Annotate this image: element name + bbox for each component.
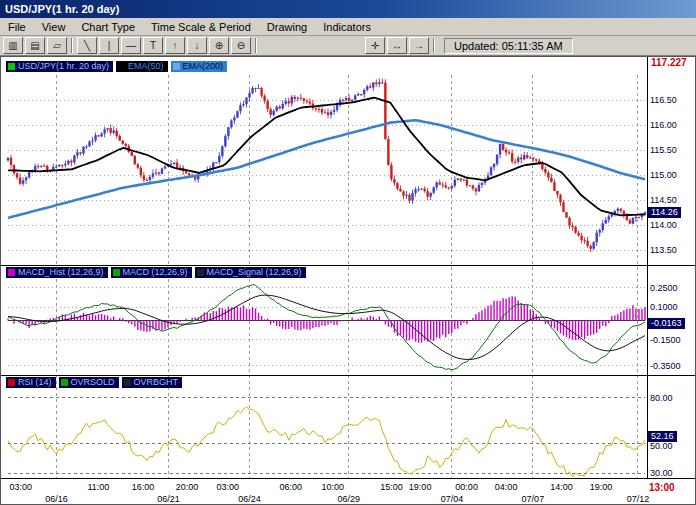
legend-macd-label: MACD (12,26,9) — [123, 268, 188, 277]
macd-axis-label: 0.2500 — [650, 283, 678, 293]
scroll-left-right-icon[interactable]: ↔ — [387, 37, 407, 54]
price-axis-label: 114.00 — [650, 220, 677, 230]
horizontal-line-icon[interactable]: ― — [121, 37, 141, 54]
macd-axis-label: -0.3500 — [650, 361, 681, 371]
chart-canvas[interactable] — [0, 56, 696, 505]
time-label: 10:00 — [317, 482, 349, 492]
arrow-down-icon[interactable]: ↓ — [187, 37, 207, 54]
date-label: 06/16 — [40, 494, 72, 504]
menu-view[interactable]: View — [34, 20, 74, 34]
time-label: 03:00 — [212, 482, 244, 492]
chart-area: 117.227 114.26 -0.0163 52.16 13:00 USD/J… — [0, 56, 696, 505]
menu-bar: FileViewChart TypeTime Scale & PeriodDra… — [0, 18, 696, 36]
date-label: 06/21 — [153, 494, 185, 504]
legend-ema50-swatch — [118, 63, 125, 70]
legend-ema50[interactable]: EMA(50) — [116, 61, 168, 72]
date-label: 07/12 — [622, 494, 654, 504]
legend-macd[interactable]: MACD (12,26,9) — [111, 267, 192, 278]
time-label: 04:00 — [490, 482, 522, 492]
last-price-box: 114.26 — [648, 207, 681, 218]
menu-indicators[interactable]: Indicators — [315, 20, 379, 34]
bar-chart-icon[interactable]: ▤ — [25, 37, 45, 54]
time-label: 20:00 — [171, 482, 203, 492]
time-label: 11:00 — [82, 482, 114, 492]
legend-ema200[interactable]: EMA(200) — [171, 61, 228, 72]
price-axis-label: 116.00 — [650, 120, 677, 130]
price-axis-label: 113.50 — [650, 245, 677, 255]
menu-time-scale-period[interactable]: Time Scale & Period — [143, 20, 259, 34]
price-axis-label: 116.50 — [650, 95, 677, 105]
line-chart-icon[interactable]: ▱ — [47, 37, 67, 54]
legend-usdjpy-label: USD/JPY(1 hr. 20 day) — [18, 62, 109, 71]
crosshair-icon[interactable]: ✛ — [365, 37, 385, 54]
legend-macd-hist[interactable]: MACD_Hist (12,26,9) — [6, 267, 108, 278]
vertical-line-icon[interactable]: | — [99, 37, 119, 54]
legend-ovrbght-label: OVRBGHT — [134, 378, 179, 387]
macd-axis-label: 0.1000 — [650, 302, 678, 312]
legend-ovrsold[interactable]: OVRSOLD — [59, 377, 119, 388]
time-label: 03:00 — [5, 482, 37, 492]
scroll-forward-icon[interactable]: → — [409, 37, 429, 54]
arrow-up-icon[interactable]: ↑ — [165, 37, 185, 54]
time-label: 06:00 — [275, 482, 307, 492]
cursor-price-readout: 117.227 — [651, 57, 687, 68]
price-axis-label: 114.50 — [650, 195, 677, 205]
time-label: 14:00 — [546, 482, 578, 492]
legend-macd-swatch — [113, 269, 120, 276]
zoom-in-icon[interactable]: ⊕ — [209, 37, 229, 54]
trendline-icon[interactable]: ╲ — [77, 37, 97, 54]
date-label: 06/29 — [333, 494, 365, 504]
candlestick-chart-icon[interactable]: ▥ — [3, 37, 23, 54]
toolbar: ▥▤▱╲|―T↑↓⊕⊖✛↔→Updated: 05:11:35 AM — [0, 36, 696, 56]
menu-drawing[interactable]: Drawing — [259, 20, 315, 34]
date-label: 07/07 — [517, 494, 549, 504]
legend-ovrsold-label: OVRSOLD — [71, 378, 115, 387]
rsi-value-box: 52.16 — [648, 431, 677, 442]
rsi-axis-label: 80.00 — [650, 393, 673, 403]
price-legend: USD/JPY(1 hr. 20 day)EMA(50)EMA(200) — [6, 61, 227, 72]
legend-macd-signal-label: MACD_Signal (12,26,9) — [207, 268, 302, 277]
price-axis-label: 115.00 — [650, 170, 677, 180]
legend-usdjpy[interactable]: USD/JPY(1 hr. 20 day) — [6, 61, 113, 72]
time-label: 19:00 — [404, 482, 436, 492]
legend-macd-signal-swatch — [197, 269, 204, 276]
time-label: 00:00 — [451, 482, 483, 492]
legend-macd-hist-swatch — [8, 269, 15, 276]
text-tool-icon[interactable]: T — [143, 37, 163, 54]
time-label: 15:00 — [375, 482, 407, 492]
legend-ovrsold-swatch — [61, 379, 68, 386]
legend-ema200-label: EMA(200) — [183, 62, 224, 71]
rsi-axis-label: 30.00 — [650, 468, 673, 478]
toolbar-spacer — [260, 45, 364, 46]
rsi-legend: RSI (14)OVRSOLDOVRBGHT — [6, 377, 182, 388]
rsi-axis-label: 50.00 — [650, 441, 673, 451]
legend-ovrbght-swatch — [124, 379, 131, 386]
legend-rsi[interactable]: RSI (14) — [6, 377, 56, 388]
time-label: 19:00 — [585, 482, 617, 492]
macd-axis-label: -0.1500 — [650, 335, 681, 345]
window-title: USD/JPY(1 hr. 20 day) — [5, 3, 119, 15]
cursor-time-readout: 13:00 — [649, 482, 675, 493]
title-bar[interactable]: USD/JPY(1 hr. 20 day) — [0, 0, 696, 18]
toolbar-separator — [71, 38, 73, 53]
macd-legend: MACD_Hist (12,26,9)MACD (12,26,9)MACD_Si… — [6, 267, 306, 278]
menu-chart-type[interactable]: Chart Type — [73, 20, 143, 34]
legend-rsi-swatch — [8, 379, 15, 386]
legend-usdjpy-swatch — [8, 63, 15, 70]
zoom-out-icon[interactable]: ⊖ — [231, 37, 251, 54]
app-window: USD/JPY(1 hr. 20 day) FileViewChart Type… — [0, 0, 696, 505]
toolbar-separator — [433, 38, 435, 53]
price-axis-label: 115.50 — [650, 145, 677, 155]
time-label: 16:00 — [127, 482, 159, 492]
date-label: 06/24 — [233, 494, 265, 504]
legend-rsi-label: RSI (14) — [18, 378, 52, 387]
date-label: 07/04 — [436, 494, 468, 504]
toolbar-separator — [255, 38, 257, 53]
legend-macd-signal[interactable]: MACD_Signal (12,26,9) — [195, 267, 306, 278]
legend-macd-hist-label: MACD_Hist (12,26,9) — [18, 268, 104, 277]
legend-ovrbght[interactable]: OVRBGHT — [122, 377, 183, 388]
updated-timestamp: Updated: 05:11:35 AM — [444, 38, 573, 54]
macd-value-box: -0.0163 — [648, 318, 685, 329]
legend-ema50-label: EMA(50) — [128, 62, 164, 71]
menu-file[interactable]: File — [0, 20, 34, 34]
